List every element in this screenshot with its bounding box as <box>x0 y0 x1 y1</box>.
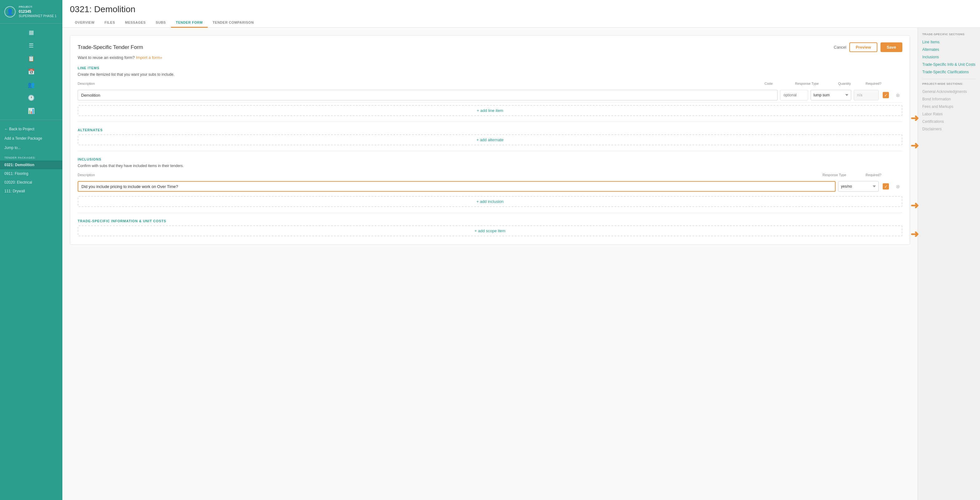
calendar-icon[interactable]: 📅 <box>25 66 37 77</box>
inclusion-delete-button[interactable]: ⊗ <box>894 183 901 189</box>
rp-link-line-items[interactable]: Line Items <box>922 38 976 46</box>
sidebar-item-demolition[interactable]: 0321: Demolition <box>0 160 62 169</box>
line-item-row: lump sum unit price yes/no ✓ ⊗ <box>78 88 902 103</box>
clock-icon[interactable]: 🕐 <box>25 92 37 103</box>
nav-tabs: OVERVIEW FILES MESSAGES SUBS TENDER FORM… <box>70 18 972 27</box>
inclusion-required-checkbox[interactable]: ✓ <box>881 183 891 189</box>
person-icon[interactable]: 👥 <box>25 79 37 90</box>
form-card: Trade-Specific Tender Form Cancel Previe… <box>70 35 910 245</box>
line-item-code-input[interactable] <box>780 90 808 100</box>
inclusions-desc: Confirm with subs that they have include… <box>78 163 902 168</box>
sidebar-item-flooring[interactable]: 0911: Flooring <box>0 169 62 178</box>
add-alternate-button[interactable]: + add alternate <box>78 134 902 145</box>
list-icon[interactable]: ☰ <box>25 40 37 51</box>
inclusion-response-type-select[interactable]: yes/no lump sum <box>838 181 879 192</box>
inclusion-description-input[interactable] <box>78 181 835 192</box>
line-item-delete-button[interactable]: ⊗ <box>894 92 901 98</box>
line-item-description-input[interactable] <box>78 90 778 100</box>
tab-messages[interactable]: MESSAGES <box>120 18 151 28</box>
import-form-link[interactable]: Import a form» <box>136 55 162 60</box>
sidebar-header: 👤 PROJECT: 012345 SUPERMARKET PHASE 1 <box>0 0 62 24</box>
rp-link-labor-rates[interactable]: Labor Rates <box>922 110 976 118</box>
clipboard-icon[interactable]: 📋 <box>25 53 37 64</box>
grid-icon[interactable]: ▦ <box>25 27 37 38</box>
add-inclusion-button[interactable]: + add inclusion <box>78 196 902 207</box>
project-info: PROJECT: 012345 SUPERMARKET PHASE 1 <box>19 5 56 18</box>
sidebar: 👤 PROJECT: 012345 SUPERMARKET PHASE 1 ▦ … <box>0 0 62 500</box>
line-items-desc: Create the itemized list that you want y… <box>78 72 902 77</box>
alternates-heading: ALTERNATES <box>78 128 902 132</box>
import-text: Want to reuse an existing form? Import a… <box>78 55 902 60</box>
inclusions-column-headers: Description Response Type Required? <box>78 172 902 178</box>
rp-link-disclaimers[interactable]: Disclaimers <box>922 125 976 133</box>
add-scope-item-button[interactable]: + add scope item <box>78 225 902 236</box>
rp-link-alternates[interactable]: Alternates <box>922 46 976 53</box>
back-to-project-link[interactable]: ← Back to Project <box>0 124 62 134</box>
sidebar-nav: ← Back to Project Add a Tender Package J… <box>0 120 62 500</box>
rp-link-bond-info[interactable]: Bond Information <box>922 95 976 103</box>
line-item-required-checkbox[interactable]: ✓ <box>881 92 891 98</box>
line-items-column-headers: Description Code Response Type Quantity … <box>78 81 902 87</box>
save-button[interactable]: Save <box>880 42 902 52</box>
right-panel: TRADE-SPECIFIC SECTIONS Line Items Alter… <box>918 28 980 500</box>
jump-to-link[interactable]: Jump to... <box>0 143 62 152</box>
tab-subs[interactable]: SUBS <box>151 18 171 28</box>
add-line-item-button[interactable]: + add line item <box>78 105 902 116</box>
tender-packages-label: TENDER PACKAGES: <box>0 152 62 160</box>
chart-icon[interactable]: 📊 <box>25 105 37 117</box>
rp-link-general-ack[interactable]: General Acknowledgments <box>922 88 976 95</box>
project-name: SUPERMARKET PHASE 1 <box>19 14 56 18</box>
cancel-button[interactable]: Cancel <box>834 45 846 49</box>
inclusion-item-row: yes/no lump sum ✓ ⊗ <box>78 179 902 194</box>
form-area: Trade-Specific Tender Form Cancel Previe… <box>62 28 918 500</box>
main-header: 0321: Demolition OVERVIEW FILES MESSAGES… <box>62 0 980 28</box>
sidebar-icon-row: ▦ ☰ 📋 📅 👥 🕐 📊 <box>0 24 62 120</box>
rp-link-trade-clarifications[interactable]: Trade-Specific Clarifications <box>922 68 976 76</box>
tab-files[interactable]: FILES <box>100 18 120 28</box>
line-item-response-type-select[interactable]: lump sum unit price yes/no <box>811 90 851 100</box>
line-items-heading: LINE ITEMS <box>78 66 902 70</box>
form-actions: Cancel Preview Save <box>834 42 902 52</box>
preview-button[interactable]: Preview <box>849 42 877 52</box>
main-area: 0321: Demolition OVERVIEW FILES MESSAGES… <box>62 0 980 500</box>
sidebar-item-drywall[interactable]: 111: Drywall <box>0 187 62 195</box>
add-tender-package-link[interactable]: Add a Tender Package <box>0 134 62 143</box>
tab-tender-comparison[interactable]: TENDER COMPARISON <box>208 18 259 28</box>
rp-link-inclusions[interactable]: Inclusions <box>922 53 976 61</box>
rp-link-fees-markups[interactable]: Fees and Markups <box>922 103 976 110</box>
trade-info-heading: TRADE-SPECIFIC INFORMATION & UNIT COSTS <box>78 219 902 223</box>
trade-sections-label: TRADE-SPECIFIC SECTIONS <box>922 33 976 36</box>
avatar: 👤 <box>4 6 16 17</box>
inclusions-heading: INCLUSIONS <box>78 157 902 161</box>
tab-overview[interactable]: OVERVIEW <box>70 18 100 28</box>
form-title: Trade-Specific Tender Form <box>78 44 143 51</box>
project-sections-label: PROJECT-WIDE SECTIONS: <box>922 82 976 86</box>
page-title: 0321: Demolition <box>70 4 972 14</box>
line-item-quantity-input[interactable] <box>854 90 879 100</box>
sidebar-item-electrical[interactable]: 02020: Electrical <box>0 178 62 187</box>
form-header: Trade-Specific Tender Form Cancel Previe… <box>78 42 902 52</box>
project-number: 012345 <box>19 9 56 14</box>
content-with-panel: Trade-Specific Tender Form Cancel Previe… <box>62 28 980 500</box>
project-label: PROJECT: <box>19 5 56 9</box>
rp-link-trade-info[interactable]: Trade-Specific Info & Unit Costs <box>922 61 976 68</box>
tab-tender-form[interactable]: TENDER FORM <box>171 18 208 28</box>
rp-link-certifications[interactable]: Certifications <box>922 118 976 125</box>
